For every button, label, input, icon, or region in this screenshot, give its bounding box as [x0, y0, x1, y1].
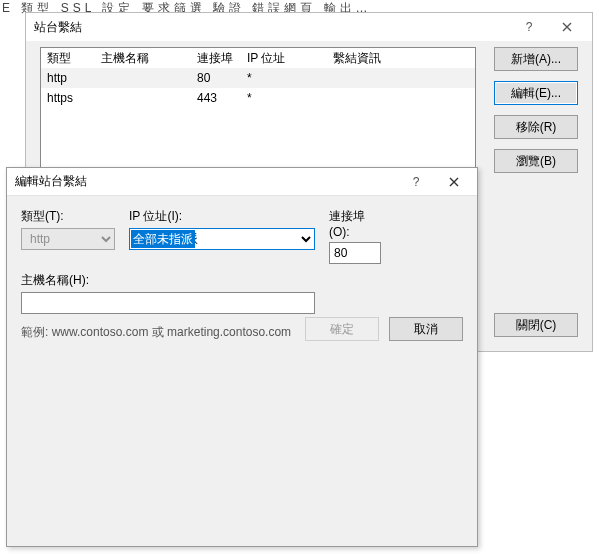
help-icon: ?: [526, 20, 533, 34]
site-bindings-body: 類型 主機名稱 連接埠 IP 位址 繫結資訊 http 80 * https 4…: [26, 41, 592, 61]
port-label: 連接埠(O):: [329, 208, 381, 239]
col-port: 連接埠: [197, 50, 247, 67]
cell-type: http: [47, 71, 101, 85]
close-bindings-button[interactable]: 關閉(C): [494, 313, 578, 337]
edit-binding-footer: 確定 取消: [305, 317, 463, 341]
edit-binding-body: 類型(T): http IP 位址(I): 全部未指派 全部未指派 連接埠(O)…: [7, 196, 477, 353]
close-button[interactable]: [435, 171, 473, 193]
col-host: 主機名稱: [101, 50, 197, 67]
side-buttons: 新增(A)... 編輯(E)... 移除(R) 瀏覽(B) 關閉(C): [494, 47, 578, 337]
help-button[interactable]: ?: [397, 171, 435, 193]
remove-button[interactable]: 移除(R): [494, 115, 578, 139]
cell-port: 80: [197, 71, 247, 85]
help-button[interactable]: ?: [510, 16, 548, 38]
cell-ip: *: [247, 91, 333, 105]
ip-field: IP 位址(I): 全部未指派 全部未指派: [129, 208, 315, 264]
type-select: http: [21, 228, 115, 250]
browse-button[interactable]: 瀏覽(B): [494, 149, 578, 173]
type-label: 類型(T):: [21, 208, 115, 225]
close-icon: [561, 21, 573, 33]
site-bindings-title: 站台繫結: [34, 19, 510, 36]
close-button[interactable]: [548, 16, 586, 38]
table-row[interactable]: https 443 *: [41, 88, 475, 108]
port-input[interactable]: [329, 242, 381, 264]
edit-binding-window: 編輯站台繫結 ? 類型(T): http IP 位址(I): 全部未指派: [6, 167, 478, 547]
edit-binding-titlebar: 編輯站台繫結 ?: [7, 168, 477, 196]
col-info: 繫結資訊: [333, 50, 453, 67]
cancel-button[interactable]: 取消: [389, 317, 463, 341]
col-type: 類型: [47, 50, 101, 67]
ip-select[interactable]: 全部未指派: [129, 228, 315, 250]
close-icon: [448, 176, 460, 188]
table-row[interactable]: http 80 *: [41, 68, 475, 88]
host-field: 主機名稱(H):: [21, 272, 315, 314]
cell-ip: *: [247, 71, 333, 85]
add-button[interactable]: 新增(A)...: [494, 47, 578, 71]
host-label: 主機名稱(H):: [21, 272, 315, 289]
table-header: 類型 主機名稱 連接埠 IP 位址 繫結資訊: [41, 48, 475, 68]
col-ip: IP 位址: [247, 50, 333, 67]
site-bindings-titlebar: 站台繫結 ?: [26, 13, 592, 41]
ok-button: 確定: [305, 317, 379, 341]
help-icon: ?: [413, 175, 420, 189]
cell-port: 443: [197, 91, 247, 105]
ip-label: IP 位址(I):: [129, 208, 315, 225]
host-input[interactable]: [21, 292, 315, 314]
edit-binding-title: 編輯站台繫結: [15, 173, 397, 190]
type-field: 類型(T): http: [21, 208, 115, 264]
port-field: 連接埠(O):: [329, 208, 381, 264]
cell-type: https: [47, 91, 101, 105]
edit-button[interactable]: 編輯(E)...: [494, 81, 578, 105]
